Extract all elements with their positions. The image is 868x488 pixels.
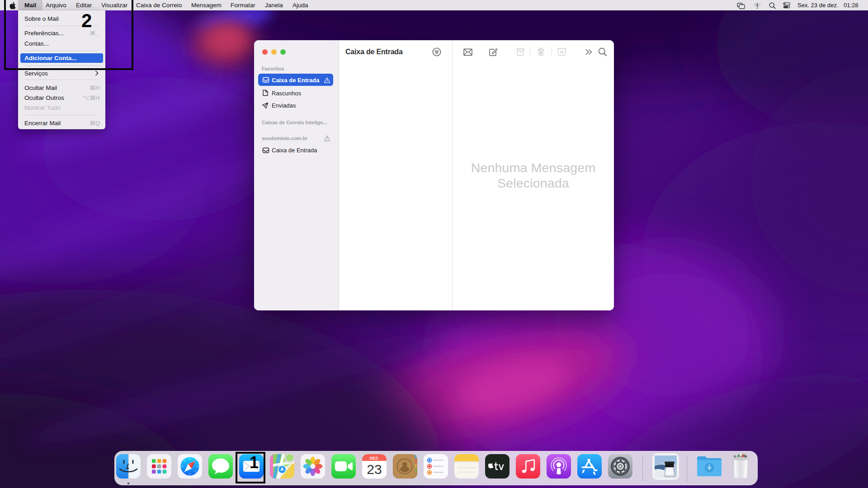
svg-text:23: 23 (367, 462, 382, 477)
svg-text:DEZ.: DEZ. (370, 456, 379, 460)
